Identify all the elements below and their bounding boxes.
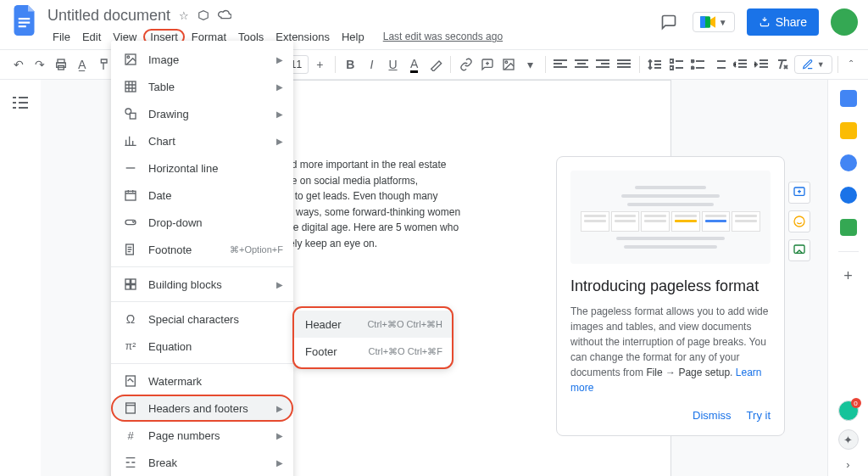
insert-menu-image[interactable]: Image▶: [111, 46, 293, 73]
maps-rail-icon[interactable]: [840, 219, 857, 236]
align-right-button[interactable]: [593, 53, 613, 76]
insert-image-button[interactable]: [498, 53, 518, 76]
insert-menu-date[interactable]: Date: [111, 182, 293, 209]
line-spacing-button[interactable]: [645, 53, 665, 76]
submenu-header[interactable]: HeaderCtrl+⌘O Ctrl+⌘H: [293, 311, 453, 338]
docs-logo[interactable]: [10, 5, 41, 36]
last-edit-link[interactable]: Last edit was seconds ago: [383, 31, 503, 42]
tasks-rail-icon[interactable]: [840, 154, 857, 171]
star-icon[interactable]: ☆: [179, 9, 189, 22]
insert-menu-headers-and-footers[interactable]: Headers and footers▶: [111, 395, 293, 422]
svg-rect-4: [700, 16, 705, 28]
undo-button[interactable]: ↶: [8, 53, 28, 76]
menu-help[interactable]: Help: [337, 29, 370, 45]
decrease-indent-button[interactable]: [730, 53, 749, 76]
spellcheck-button[interactable]: A̲: [72, 53, 92, 76]
calendar-rail-icon[interactable]: [840, 90, 857, 107]
add-on-button[interactable]: +: [843, 267, 853, 285]
insert-menu-page-numbers[interactable]: #Page numbers▶: [111, 422, 293, 449]
insert-menu-table[interactable]: Table▶: [111, 73, 293, 100]
side-panel: + 0 ✦ ›: [827, 80, 868, 476]
hide-side-panel-button[interactable]: ›: [846, 458, 849, 471]
insert-link-button[interactable]: [456, 53, 476, 76]
redo-button[interactable]: ↷: [30, 53, 49, 76]
align-left-button[interactable]: [551, 53, 570, 76]
increase-indent-button[interactable]: [751, 53, 771, 76]
underline-button[interactable]: U: [383, 53, 403, 76]
submenu-arrow-icon: ▶: [276, 280, 283, 289]
meet-button[interactable]: ▼: [693, 12, 735, 32]
insert-menu-special-characters[interactable]: ΩSpecial characters: [111, 305, 293, 333]
menu-item-label: Drop-down: [148, 216, 283, 229]
document-title[interactable]: Untitled document: [47, 7, 170, 25]
emoji-reaction-margin-button[interactable]: [788, 210, 810, 232]
svg-rect-29: [126, 376, 136, 386]
svg-rect-27: [125, 285, 130, 289]
more-button[interactable]: ▾: [520, 53, 540, 76]
move-icon[interactable]: [198, 9, 209, 22]
menu-item-label: Break: [148, 456, 266, 469]
insert-menu-horizontal-line[interactable]: Horizontal line: [111, 154, 293, 182]
insert-menu-equation[interactable]: π²Equation: [111, 333, 293, 360]
show-outline-button[interactable]: [9, 92, 31, 114]
grammarly-badge-icon[interactable]: 0: [838, 400, 859, 421]
open-comments-icon[interactable]: [657, 10, 681, 34]
menu-item-label: Image: [148, 53, 266, 66]
svg-rect-16: [794, 245, 804, 253]
keep-rail-icon[interactable]: [840, 122, 857, 139]
menu-item-label: Footnote: [148, 244, 220, 256]
bold-button[interactable]: B: [341, 53, 360, 76]
table-icon: [123, 79, 138, 94]
suggest-edits-margin-button[interactable]: [788, 239, 810, 261]
svg-rect-22: [125, 191, 136, 200]
menu-item-label: Drawing: [148, 108, 266, 120]
submenu-footer[interactable]: FooterCtrl+⌘O Ctrl+⌘F: [293, 338, 453, 365]
align-justify-button[interactable]: [615, 53, 634, 76]
menu-edit[interactable]: Edit: [77, 29, 106, 45]
clear-format-button[interactable]: [773, 53, 793, 76]
insert-menu-break[interactable]: Break▶: [111, 449, 293, 476]
promo-title: Introducing pageless format: [570, 277, 771, 295]
italic-button[interactable]: I: [362, 53, 381, 76]
special-icon: Ω: [123, 311, 138, 327]
promo-illustration: [570, 171, 771, 264]
add-comment-margin-button[interactable]: [788, 182, 810, 204]
footnote-icon: [123, 242, 138, 257]
insert-menu-drop-down[interactable]: Drop-down: [111, 209, 293, 236]
numbered-list-button[interactable]: [709, 53, 728, 76]
insert-menu-chart[interactable]: Chart▶: [111, 127, 293, 154]
print-button[interactable]: [51, 53, 70, 76]
equation-icon: π²: [123, 339, 138, 354]
explore-button[interactable]: ✦: [838, 429, 859, 450]
insert-menu-footnote[interactable]: Footnote⌘+Option+F: [111, 236, 293, 263]
share-button[interactable]: Share: [747, 8, 819, 36]
menu-item-label: Header: [305, 318, 357, 331]
submenu-arrow-icon: ▶: [276, 404, 283, 413]
insert-menu-drawing[interactable]: Drawing▶: [111, 100, 293, 127]
contacts-rail-icon[interactable]: [840, 187, 857, 204]
account-avatar[interactable]: [831, 8, 858, 36]
hide-menus-button[interactable]: ˆ: [843, 59, 860, 71]
editing-mode-button[interactable]: ▼: [794, 55, 832, 74]
cloud-status-icon[interactable]: [218, 9, 231, 22]
svg-point-9: [505, 61, 508, 64]
font-size-increase[interactable]: +: [310, 53, 330, 76]
highlight-button[interactable]: [426, 53, 445, 76]
menu-file[interactable]: File: [47, 29, 75, 45]
menu-item-label: Watermark: [148, 375, 283, 388]
menu-item-label: Chart: [148, 135, 266, 148]
add-comment-button[interactable]: [477, 53, 497, 76]
text-color-button[interactable]: A: [404, 53, 424, 76]
svg-rect-21: [130, 113, 136, 119]
svg-point-13: [691, 67, 693, 70]
promo-dismiss-button[interactable]: Dismiss: [693, 409, 732, 422]
bulleted-list-button[interactable]: [687, 53, 707, 76]
submenu-arrow-icon: ▶: [276, 55, 283, 64]
checklist-button[interactable]: [666, 53, 686, 76]
chevron-down-icon: ▼: [817, 60, 825, 69]
insert-menu-building-blocks[interactable]: Building blocks▶: [111, 271, 293, 298]
insert-menu-watermark[interactable]: Watermark: [111, 367, 293, 395]
date-icon: [123, 188, 138, 203]
align-center-button[interactable]: [572, 53, 592, 76]
promo-try-button[interactable]: Try it: [747, 409, 771, 422]
